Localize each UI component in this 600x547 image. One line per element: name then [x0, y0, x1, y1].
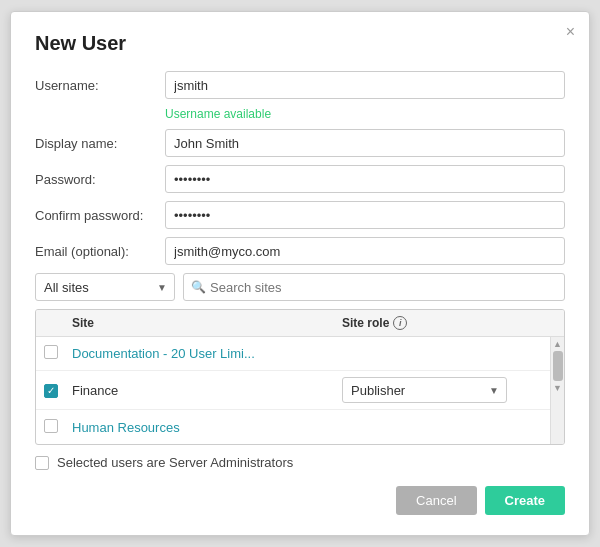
password-input[interactable] — [165, 165, 565, 193]
server-admin-checkbox[interactable] — [35, 456, 49, 470]
cancel-button[interactable]: Cancel — [396, 486, 476, 515]
display-name-input[interactable] — [165, 129, 565, 157]
row2-site-name: Finance — [72, 383, 118, 398]
email-input[interactable] — [165, 237, 565, 265]
row3-checkbox[interactable] — [44, 419, 58, 433]
email-label: Email (optional): — [35, 244, 165, 259]
password-label: Password: — [35, 172, 165, 187]
scroll-thumb[interactable] — [553, 351, 563, 381]
username-label: Username: — [35, 78, 165, 93]
password-row: Password: — [35, 165, 565, 193]
sites-filter-row: All sites Site A Site B ▼ 🔍 — [35, 273, 565, 301]
search-sites-wrapper: 🔍 — [183, 273, 565, 301]
site-role-info-icon[interactable]: i — [393, 316, 407, 330]
sites-table-header: Site Site role i — [36, 310, 564, 337]
username-available-text: Username available — [165, 107, 565, 121]
table-rows-area: Documentation - 20 User Limi... Finance — [36, 337, 550, 444]
server-admin-label: Selected users are Server Administrators — [57, 455, 293, 470]
all-sites-dropdown-wrapper: All sites Site A Site B ▼ — [35, 273, 175, 301]
scroll-down-icon[interactable]: ▼ — [553, 383, 562, 393]
table-row: Documentation - 20 User Limi... — [36, 337, 550, 371]
display-name-label: Display name: — [35, 136, 165, 151]
close-button[interactable]: × — [566, 24, 575, 40]
site-col-header: Site — [72, 316, 342, 330]
username-input[interactable] — [165, 71, 565, 99]
row2-role-dropdown-wrapper: Publisher Explorer Viewer Creator ▼ — [342, 377, 507, 403]
confirm-password-label: Confirm password: — [35, 208, 165, 223]
row1-site-link[interactable]: Documentation - 20 User Limi... — [72, 346, 255, 361]
new-user-dialog: × New User Username: Username available … — [10, 11, 590, 536]
confirm-password-input[interactable] — [165, 201, 565, 229]
create-button[interactable]: Create — [485, 486, 565, 515]
username-row: Username: — [35, 71, 565, 99]
all-sites-dropdown[interactable]: All sites Site A Site B — [35, 273, 175, 301]
role-col-header: Site role i — [342, 316, 542, 330]
row2-role-dropdown[interactable]: Publisher Explorer Viewer Creator — [342, 377, 507, 403]
search-sites-input[interactable] — [183, 273, 565, 301]
row1-checkbox[interactable] — [44, 345, 58, 359]
dialog-title: New User — [35, 32, 565, 55]
scroll-up-icon[interactable]: ▲ — [553, 339, 562, 349]
scrollbar[interactable]: ▲ ▼ — [550, 337, 564, 444]
row2-checkbox[interactable] — [44, 384, 58, 398]
confirm-password-row: Confirm password: — [35, 201, 565, 229]
table-row: Human Resources — [36, 410, 550, 444]
footer: Cancel Create — [35, 486, 565, 515]
sites-table-body: Documentation - 20 User Limi... Finance — [36, 337, 564, 444]
display-name-row: Display name: — [35, 129, 565, 157]
sites-table: Site Site role i Documentation - 20 User… — [35, 309, 565, 445]
table-row: Finance Publisher Explorer Viewer Creato… — [36, 371, 550, 410]
row3-site-link[interactable]: Human Resources — [72, 420, 180, 435]
server-admin-row: Selected users are Server Administrators — [35, 455, 565, 470]
email-row: Email (optional): — [35, 237, 565, 265]
